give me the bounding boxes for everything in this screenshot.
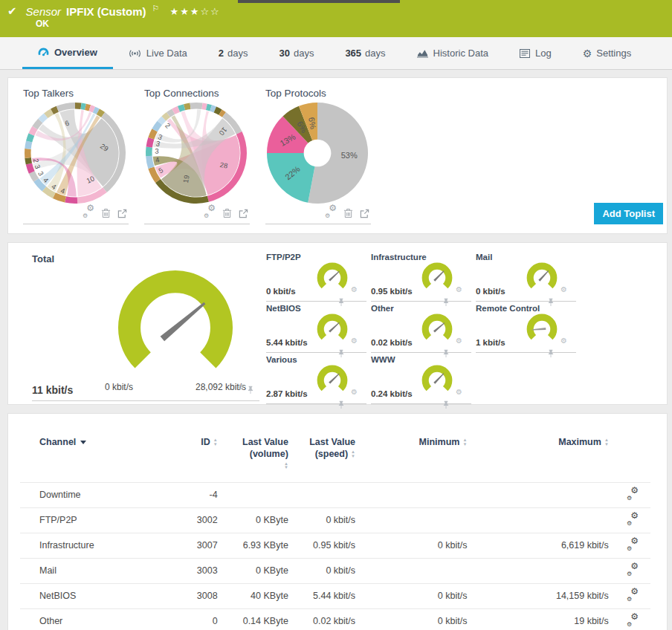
pin-icon[interactable] (248, 383, 253, 397)
gauge-card-netbios: NetBIOS 5.44 kbit/s ⚙ (266, 302, 366, 353)
open-external-icon[interactable] (117, 209, 127, 218)
channel-gauge[interactable] (314, 362, 350, 396)
open-external-icon[interactable] (239, 209, 248, 218)
toplist-top-connections: Top Connections 102819543332 ⚙⚙ (144, 88, 254, 233)
channel-gauge[interactable] (419, 259, 455, 293)
tab-log[interactable]: Log (504, 37, 567, 69)
settings-gears-icon[interactable]: ⚙⚙ (83, 207, 94, 220)
priority-stars[interactable]: ★★★☆☆ (169, 6, 220, 17)
table-row-infrastructure: Infrastructure 3007 6.93 KByte 0.95 kbit… (20, 533, 650, 558)
table-row-downtime: Downtime -4 ⚙⚙ (20, 482, 650, 507)
channel-settings-gear-icon[interactable]: ⚙⚙ (627, 514, 639, 525)
tab-2-days[interactable]: 2 days (203, 37, 264, 69)
svg-text:28: 28 (219, 160, 228, 170)
toplist-top-talkers: Top Talkers 29106444332 ⚙⚙ (23, 88, 133, 233)
toplist-top-protocols: Top Protocols 53%22%13%6%6% ⚙⚙ (265, 88, 375, 233)
channel-gauge[interactable] (524, 259, 560, 293)
col-maximum[interactable]: Maximum (467, 433, 608, 482)
svg-text:2: 2 (164, 121, 172, 130)
gear-icon[interactable]: ⚙ (559, 289, 567, 297)
channel-gauges-grid: FTP/P2P 0 kbit/s ⚙ Infrastructure 0.95 k… (266, 250, 581, 404)
col-id[interactable]: ID (172, 433, 217, 482)
table-row-ftp-p2p: FTP/P2P 3002 0 KByte 0 kbit/s ⚙⚙ (20, 507, 650, 533)
open-external-icon[interactable] (360, 209, 369, 218)
channel-settings-gear-icon[interactable]: ⚙⚙ (627, 615, 639, 626)
svg-text:3: 3 (155, 147, 159, 155)
gear-icon[interactable]: ⚙ (236, 386, 245, 394)
channel-gauge[interactable] (524, 311, 560, 345)
tab-30-days[interactable]: 30 days (263, 37, 329, 69)
top-connections-chord-chart[interactable]: 102819543332 (144, 101, 248, 205)
toplist-title: Top Connections (144, 88, 254, 99)
gear-icon[interactable]: ⚙ (349, 392, 358, 400)
gauges-panel: Total 0 kbit/s 28,092 kbit/s 11 kbit/s ⚙… (7, 242, 668, 405)
gear-icon[interactable]: ⚙ (454, 289, 462, 297)
tab-overview[interactable]: Overview (22, 37, 113, 69)
sort-icon (462, 438, 467, 446)
table-row-mail: Mail 3003 0 KByte 0 kbit/s ⚙⚙ (20, 558, 650, 583)
col-last-value-volume[interactable]: Last Value(volume) (218, 433, 288, 482)
sort-icon (351, 450, 355, 458)
tab-bar: Overview Live Data 2 days 30 days 365 da… (0, 37, 672, 70)
top-talkers-chord-chart[interactable]: 29106444332 (23, 101, 127, 205)
channel-gauge[interactable] (419, 362, 455, 396)
trash-icon[interactable] (222, 208, 232, 218)
tab-365-days[interactable]: 365 days (329, 37, 401, 69)
status-check-icon: ✔ (7, 4, 17, 18)
gear-icon: ⚙ (583, 48, 592, 59)
total-gauge[interactable] (108, 259, 243, 386)
col-last-value-speed[interactable]: Last Value(speed) (288, 433, 355, 482)
col-channel[interactable]: Channel (20, 433, 172, 482)
add-toplist-button[interactable]: Add Toplist (594, 203, 663, 224)
trash-icon[interactable] (343, 208, 353, 218)
toplist-title: Top Talkers (23, 88, 133, 99)
gauge-value: 11 kbit/s (32, 384, 73, 396)
col-minimum[interactable]: Minimum (355, 433, 467, 482)
gauge-card-remote-control: Remote Control 1 kbit/s ⚙ (476, 302, 576, 353)
sensor-type-label: Sensor (26, 5, 62, 18)
gauge-card-mail: Mail 0 kbit/s ⚙ (476, 250, 576, 302)
flag-icon[interactable]: ⚐ (152, 4, 160, 13)
channel-settings-gear-icon[interactable]: ⚙⚙ (627, 489, 639, 499)
channel-gauge[interactable] (314, 259, 350, 293)
settings-gears-icon[interactable]: ⚙⚙ (204, 207, 216, 220)
tab-settings[interactable]: ⚙ Settings (567, 37, 647, 69)
channel-gauge[interactable] (314, 311, 350, 345)
gear-icon[interactable]: ⚙ (349, 340, 358, 348)
gauge-card-www: WWW 0.24 kbit/s ⚙ (371, 353, 471, 404)
tab-live-data[interactable]: Live Data (113, 37, 203, 69)
toplist-title: Top Protocols (265, 88, 375, 99)
svg-text:19: 19 (181, 175, 191, 184)
channel-settings-gear-icon[interactable]: ⚙⚙ (627, 590, 639, 600)
col-settings (609, 433, 650, 482)
top-dark-strip (238, 0, 400, 3)
gauge-card-infrastructure: Infrastructure 0.95 kbit/s ⚙ (371, 250, 471, 302)
gauge-card-various: Various 2.87 kbit/s ⚙ (266, 353, 366, 404)
sort-caret-icon (80, 441, 86, 444)
tab-historic-data[interactable]: Historic Data (401, 37, 504, 69)
sensor-overview-page: Top Talkers 29106444332 ⚙⚙ Top Connectio… (0, 70, 672, 630)
table-row-other: Other 0 0.14 KByte 0.02 kbit/s 0 kbit/s … (20, 608, 650, 630)
gear-icon[interactable]: ⚙ (349, 289, 358, 297)
channels-table: Channel ID Last Value(volume) Last Value… (20, 433, 650, 630)
live-signal-icon (129, 49, 141, 58)
channel-settings-gear-icon[interactable]: ⚙⚙ (627, 565, 639, 575)
gear-icon[interactable]: ⚙ (559, 340, 567, 348)
sort-icon (213, 438, 218, 446)
gauge-card-other: Other 0.02 kbit/s ⚙ (371, 302, 471, 353)
log-icon (520, 49, 530, 58)
channels-table-panel: Channel ID Last Value(volume) Last Value… (7, 413, 668, 630)
gear-icon[interactable]: ⚙ (454, 392, 462, 400)
historic-chart-icon (417, 49, 428, 58)
toplists-panel: Top Talkers 29106444332 ⚙⚙ Top Connectio… (7, 77, 668, 234)
gauge-card-ftp-p2p: FTP/P2P 0 kbit/s ⚙ (266, 250, 366, 302)
channel-settings-gear-icon[interactable]: ⚙⚙ (627, 539, 639, 550)
sensor-title: IPFIX (Custom) (66, 5, 146, 18)
gauge-icon (38, 47, 49, 57)
channel-gauge[interactable] (419, 311, 455, 345)
trash-icon[interactable] (101, 208, 111, 218)
gear-icon[interactable]: ⚙ (454, 340, 462, 348)
sort-icon (604, 438, 609, 446)
top-protocols-pie-chart[interactable]: 53%22%13%6%6% (265, 101, 369, 205)
settings-gears-icon[interactable]: ⚙⚙ (326, 207, 337, 220)
